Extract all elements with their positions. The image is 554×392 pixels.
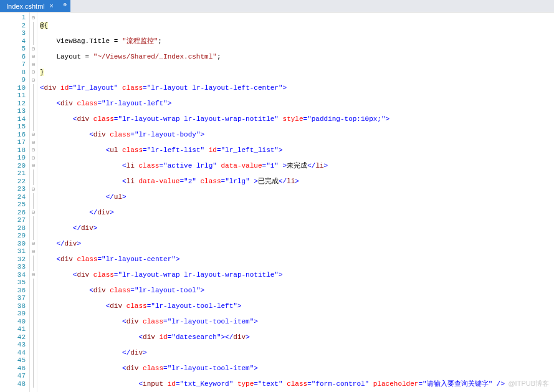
fold-toggle-icon[interactable]: ⊟ — [30, 53, 37, 61]
fold-toggle-icon[interactable]: ⊟ — [30, 69, 37, 77]
fold-toggle-icon[interactable]: ⊟ — [30, 154, 37, 162]
file-tab-active[interactable]: Index.cshtml × — [0, 0, 60, 12]
fold-toggle-icon[interactable]: ⊟ — [30, 60, 37, 69]
line-number: 13 — [0, 107, 29, 115]
line-number: 18 — [0, 146, 29, 155]
line-number: 32 — [0, 256, 29, 264]
line-number: 34 — [0, 271, 29, 279]
line-number: 20 — [0, 162, 29, 170]
line-number: 15 — [0, 123, 29, 131]
line-number: 4 — [0, 37, 29, 45]
fold-toggle-icon[interactable]: ⊟ — [30, 209, 37, 217]
line-number: 28 — [0, 224, 29, 232]
line-number: 24 — [0, 193, 29, 201]
line-number: 39 — [0, 310, 29, 318]
line-number: 7 — [0, 60, 29, 69]
fold-toggle-icon[interactable]: ⊟ — [30, 240, 37, 248]
line-number: 12 — [0, 100, 29, 108]
line-number: 8 — [0, 69, 29, 77]
fold-toggle-icon[interactable]: ⊟ — [30, 146, 37, 155]
line-number: 46 — [0, 365, 29, 373]
line-number: 33 — [0, 263, 29, 271]
line-number: 40 — [0, 318, 29, 326]
fold-toggle-icon[interactable]: ⊟ — [30, 45, 37, 53]
line-number: 23 — [0, 185, 29, 193]
line-number: 17 — [0, 138, 29, 146]
line-number: 5 — [0, 45, 29, 53]
line-number: 25 — [0, 201, 29, 209]
line-number: 36 — [0, 287, 29, 295]
line-number: 43 — [0, 341, 29, 349]
line-number: 22 — [0, 178, 29, 186]
line-number: 19 — [0, 154, 29, 162]
line-number: 16 — [0, 131, 29, 139]
line-number: 38 — [0, 302, 29, 310]
code-editor[interactable]: @{ ViewBag.Title = "流程监控"; Layout = "~/V… — [37, 12, 554, 392]
fold-toggle-icon[interactable]: ⊟ — [30, 162, 37, 170]
line-number: 29 — [0, 232, 29, 240]
line-number: 26 — [0, 209, 29, 217]
fold-toggle-icon[interactable]: ⊟ — [30, 271, 37, 279]
line-number-gutter: 1 2 3 4 5 6 7 8 9 10 11 12 13 14 15 16 1… — [0, 12, 30, 392]
line-number: 27 — [0, 216, 29, 224]
line-number: 1 — [0, 14, 29, 22]
line-number: 3 — [0, 29, 29, 37]
watermark-text: @ITPUB博客 — [508, 379, 549, 388]
line-number: 47 — [0, 372, 29, 380]
line-number: 37 — [0, 294, 29, 302]
line-number: 42 — [0, 333, 29, 342]
tab-bar: Index.cshtml × ⊕ — [0, 0, 554, 12]
line-number: 9 — [0, 76, 29, 84]
line-number: 41 — [0, 325, 29, 333]
fold-toggle-icon[interactable]: ⊟ — [30, 138, 37, 146]
line-number: 10 — [0, 84, 29, 92]
line-number: 45 — [0, 356, 29, 365]
fold-toggle-icon[interactable]: ⊟ — [30, 76, 37, 84]
close-icon[interactable]: × — [50, 2, 54, 9]
line-number: 30 — [0, 240, 29, 248]
tab-filename: Index.cshtml — [6, 2, 45, 10]
line-number: 35 — [0, 279, 29, 287]
line-number: 6 — [0, 53, 29, 61]
line-number: 31 — [0, 247, 29, 256]
tab-pin-icon[interactable]: ⊕ — [60, 0, 70, 12]
fold-gutter: ⊟ ⊟ ⊟ ⊟ ⊟ ⊟ ⊟ ⊟ ⊟ ⊟ ⊟ ⊟ ⊟ ⊟ ⊟ ⊟ — [30, 12, 37, 392]
line-number: 14 — [0, 115, 29, 123]
line-number: 21 — [0, 170, 29, 178]
fold-toggle-icon[interactable]: ⊟ — [30, 14, 37, 22]
line-number: 48 — [0, 380, 29, 388]
editor-area: 1 2 3 4 5 6 7 8 9 10 11 12 13 14 15 16 1… — [0, 12, 554, 392]
line-number: 2 — [0, 22, 29, 30]
fold-toggle-icon[interactable]: ⊟ — [30, 185, 37, 193]
fold-toggle-icon[interactable]: ⊟ — [30, 131, 37, 139]
line-number: 11 — [0, 92, 29, 100]
fold-toggle-icon[interactable]: ⊟ — [30, 247, 37, 256]
line-number: 44 — [0, 349, 29, 357]
